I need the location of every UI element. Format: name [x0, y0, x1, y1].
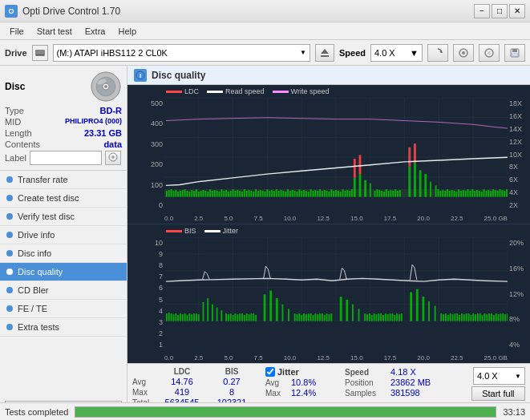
nav-create-test-disc[interactable]: Create test disc [0, 189, 127, 208]
chart1-svg [164, 98, 508, 197]
svg-rect-274 [416, 289, 419, 321]
svg-rect-162 [479, 191, 480, 197]
eject-button[interactable] [315, 44, 334, 62]
svg-rect-57 [204, 191, 206, 197]
toolbar-disc-button[interactable] [453, 44, 474, 62]
svg-rect-160 [474, 191, 475, 197]
svg-rect-141 [424, 174, 427, 197]
svg-rect-213 [212, 305, 213, 321]
disc-label-input[interactable] [30, 151, 102, 165]
svg-rect-210 [198, 314, 200, 321]
nav-disc-info[interactable]: Disc info [0, 244, 127, 263]
toolbar-refresh-button[interactable] [427, 44, 448, 62]
menu-file[interactable]: File [3, 25, 30, 38]
svg-rect-126 [374, 191, 376, 197]
svg-rect-204 [184, 313, 186, 321]
svg-rect-223 [241, 313, 243, 321]
speed-select[interactable]: 4.0 X ▼ [370, 44, 423, 62]
nav-label: Verify test disc [18, 212, 75, 221]
svg-rect-172 [501, 190, 503, 197]
svg-rect-103 [310, 189, 312, 197]
nav-cd-bler[interactable]: CD Bler [0, 281, 127, 300]
avg-row-label: Avg [132, 378, 156, 386]
start-full-button[interactable]: Start full [471, 386, 525, 401]
svg-rect-59 [209, 189, 211, 197]
quality-title: Disc quality [152, 70, 205, 81]
svg-rect-133 [390, 190, 392, 197]
svg-rect-74 [244, 189, 245, 197]
svg-rect-52 [193, 191, 195, 197]
samples-value: 381598 [390, 388, 443, 398]
jitter-checkbox[interactable] [265, 367, 275, 377]
nav-verify-test-disc[interactable]: Verify test disc [0, 208, 127, 226]
svg-point-6 [462, 51, 465, 55]
toolbar-edit-button[interactable] [479, 44, 500, 62]
svg-rect-111 [328, 192, 330, 197]
svg-rect-250 [328, 314, 330, 321]
svg-rect-281 [447, 315, 449, 321]
nav-drive-info[interactable]: Drive info [0, 226, 127, 244]
content-area: i Disc quality LDC [127, 66, 530, 420]
menu-help[interactable]: Help [111, 25, 143, 38]
progress-bar-inner [75, 407, 496, 417]
svg-rect-266 [387, 314, 389, 321]
svg-rect-163 [481, 192, 483, 197]
svg-rect-230 [264, 294, 266, 321]
nav-extra-tests[interactable]: Extra tests [0, 318, 127, 337]
svg-rect-87 [273, 191, 275, 197]
nav-transfer-rate[interactable]: Transfer rate [0, 171, 127, 189]
svg-rect-94 [289, 191, 291, 197]
menu-start-test[interactable]: Start test [30, 25, 79, 38]
svg-rect-218 [230, 313, 232, 321]
menu-extra[interactable]: Extra [79, 25, 112, 38]
svg-rect-116 [340, 192, 342, 197]
close-button[interactable]: ✕ [509, 4, 525, 18]
toolbar-save-button[interactable] [504, 44, 525, 62]
svg-rect-112 [330, 189, 332, 197]
svg-rect-118 [344, 191, 346, 197]
svg-rect-261 [375, 314, 377, 321]
svg-rect-260 [374, 313, 375, 321]
svg-rect-92 [285, 192, 286, 197]
y-label-300: 300 [129, 140, 163, 148]
svg-rect-50 [188, 192, 190, 197]
svg-rect-159 [471, 189, 473, 197]
svg-rect-255 [358, 309, 360, 321]
title-bar: O Opti Drive Control 1.70 − □ ✕ [0, 0, 530, 22]
svg-rect-45 [177, 192, 179, 197]
progress-bar-outer [75, 406, 496, 418]
y-label-100: 100 [129, 181, 163, 189]
chart1-container: LDC Read speed Write speed [127, 85, 530, 224]
svg-rect-290 [468, 313, 470, 321]
svg-rect-117 [342, 189, 344, 197]
svg-rect-63 [219, 192, 220, 197]
disc-label-set-button[interactable] [105, 151, 121, 165]
svg-rect-114 [335, 190, 337, 197]
nav-disc-quality[interactable]: Disc quality [0, 263, 127, 281]
svg-rect-303 [498, 314, 500, 321]
speed-arrow: ▼ [410, 48, 419, 58]
bis-col-header: BIS [208, 367, 256, 376]
svg-rect-304 [500, 313, 501, 321]
speed-section: Speed 4.18 X Position 23862 MB Samples 3… [345, 367, 443, 398]
maximize-button[interactable]: □ [492, 4, 508, 18]
svg-point-8 [488, 51, 491, 55]
drive-select[interactable]: (M:) ATAPI iHBS112 2 CL0K ▼ [53, 44, 310, 62]
svg-rect-44 [175, 190, 176, 197]
svg-rect-258 [369, 313, 370, 321]
nav-fe-te[interactable]: FE / TE [0, 300, 127, 318]
svg-rect-277 [435, 306, 436, 321]
svg-rect-279 [443, 314, 444, 321]
svg-rect-88 [276, 189, 277, 197]
svg-rect-3 [321, 55, 329, 57]
svg-rect-298 [486, 314, 488, 321]
svg-rect-143 [435, 185, 437, 196]
svg-rect-115 [338, 191, 339, 197]
speed-dropdown[interactable]: 4.0 X ▼ [473, 367, 525, 385]
minimize-button[interactable]: − [474, 4, 490, 18]
svg-rect-70 [235, 191, 237, 197]
svg-rect-91 [282, 191, 284, 197]
speed-dropdown-arrow: ▼ [515, 373, 521, 380]
length-label: Length [5, 128, 32, 138]
svg-rect-80 [257, 191, 259, 197]
